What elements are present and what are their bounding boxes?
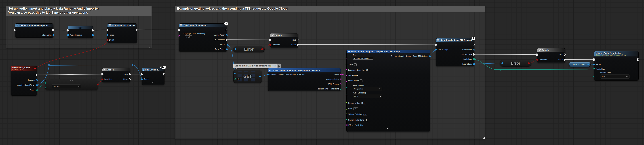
array-element-out-pin[interactable] [259, 75, 261, 77]
equal-result-pin[interactable] [97, 84, 98, 85]
node-make-google-cloud-ttssettings[interactable]: Make Chatbot Integrator Google Cloud TTS… [346, 50, 430, 132]
exec-in-pin[interactable] [593, 58, 595, 61]
natural-sample-rate-pin[interactable] [340, 88, 342, 90]
on-complete-exec-pin[interactable] [473, 53, 475, 56]
exec-in-pin[interactable] [435, 44, 437, 46]
effects-profile-array-pin[interactable] [346, 125, 348, 126]
audio-data-array-pin[interactable] [473, 58, 475, 60]
false-exec-pin[interactable] [564, 59, 566, 61]
ssml-gender-pin[interactable] [340, 83, 342, 85]
node-create-runtime-audio-importer[interactable]: ƒ Create Runtime Audio Importer Return V… [15, 23, 54, 38]
error-input-pin[interactable] [235, 48, 236, 50]
async-action-pin[interactable] [473, 49, 475, 51]
ssml-pin[interactable] [346, 64, 347, 65]
node-array-get[interactable]: 0 GET [233, 70, 262, 83]
comment-setup-header[interactable]: Set up audio import and playback via Run… [6, 6, 152, 15]
async-action-pin[interactable] [226, 34, 228, 36]
language-code-pin[interactable] [346, 69, 347, 71]
voice-name-pin[interactable] [346, 75, 347, 76]
ssml-gender-pin[interactable] [346, 87, 347, 89]
exec-in-pin[interactable] [178, 29, 180, 31]
reroute-array-node[interactable] [499, 69, 501, 70]
index-input[interactable]: 0 [237, 78, 240, 80]
node-onresult-custom-event[interactable]: ◇ OnResult_Event Custom Event Importer I… [11, 66, 37, 96]
audio-format-pin[interactable] [593, 76, 595, 77]
node-branch-1[interactable]: Branch True Condition False [102, 68, 130, 82]
error-output-pin[interactable] [261, 48, 263, 50]
node-send-google-cloud-tts-request[interactable]: Send Google Cloud TTS Request TTS Settin… [436, 38, 474, 66]
condition-pin[interactable] [269, 44, 271, 46]
exec-out-pin[interactable] [473, 44, 475, 46]
sound-pin[interactable] [141, 78, 143, 80]
node-branch-3[interactable]: Branch True Condition False [537, 48, 565, 63]
node-error-collapsed-1[interactable]: Error [233, 46, 264, 52]
comment-tts-header[interactable]: Example of getting voices and then sendi… [175, 6, 485, 11]
node-branch-2[interactable]: Branch True Condition False [270, 33, 298, 48]
sample-rate-input[interactable]: 0 [365, 119, 368, 121]
pitch-input[interactable]: 0.0 [353, 107, 358, 110]
condition-pin[interactable] [536, 59, 538, 61]
node-play-sound-2d[interactable]: ƒ Play Sound 2D Sound [142, 68, 164, 85]
error-status-pin[interactable] [226, 48, 228, 50]
speaking-rate-pin[interactable] [346, 102, 347, 104]
delegate-pin[interactable] [34, 68, 36, 69]
node-comment-bubble[interactable]: Use the first available voice for testin… [233, 64, 281, 68]
false-exec-pin[interactable] [297, 44, 299, 46]
event-delegate-pin[interactable] [107, 39, 108, 41]
audio-encoding-pin[interactable] [346, 95, 347, 96]
exec-in-pin[interactable] [536, 53, 538, 56]
true-exec-pin[interactable] [564, 53, 566, 56]
exec-in-pin[interactable] [14, 29, 16, 31]
exec-out-pin[interactable] [163, 73, 165, 75]
exec-in-pin[interactable] [141, 73, 143, 75]
node-error-collapsed-2[interactable]: Error [500, 60, 531, 66]
array-input-pin[interactable] [234, 73, 236, 74]
importer-pin[interactable] [36, 79, 38, 81]
node-bind-event-to-on-result[interactable]: Bind Event to On Result Target Event [107, 23, 137, 43]
exec-in-pin[interactable] [102, 73, 104, 75]
exec-out-pin[interactable] [52, 29, 54, 31]
audio-importer-out-pin[interactable] [92, 34, 94, 36]
volume-gain-pin[interactable] [346, 114, 347, 115]
index-pin[interactable] [234, 78, 236, 80]
exec-out-pin[interactable] [92, 29, 94, 31]
exec-in-pin[interactable] [106, 29, 108, 31]
voices-array-pin[interactable] [226, 44, 228, 45]
voice-info-input-pin[interactable] [267, 74, 268, 75]
text-input[interactable]: Hi, this is my speech [353, 57, 373, 60]
ssml-gender-dropdown[interactable]: Unspecified [353, 87, 382, 91]
reroute-node[interactable] [48, 64, 50, 66]
true-exec-pin[interactable] [297, 39, 299, 41]
pitch-pin[interactable] [346, 108, 347, 110]
model-name-input[interactable] [360, 79, 362, 82]
comment-resize-handle[interactable] [149, 45, 151, 48]
equal-input-b-pin[interactable] [45, 87, 46, 89]
imported-sound-wave-pin[interactable] [36, 84, 38, 86]
audio-data-array-pin[interactable] [594, 68, 595, 70]
language-code-input[interactable]: en-US [185, 35, 192, 38]
condition-pin[interactable] [102, 79, 103, 80]
ttssettings-output-pin[interactable] [429, 55, 431, 57]
true-exec-pin[interactable] [129, 73, 131, 75]
error-output-pin[interactable] [528, 62, 530, 64]
name-pin[interactable] [340, 74, 342, 75]
variable-output-pin[interactable] [588, 64, 589, 65]
exec-out-pin[interactable] [226, 29, 228, 31]
collapse-chevron-icon[interactable] [387, 128, 389, 130]
exec-in-pin[interactable] [269, 39, 271, 41]
language-codes-array-pin[interactable] [340, 79, 342, 80]
exec-out-pin[interactable] [136, 29, 138, 31]
audio-importer-in-pin[interactable] [67, 34, 69, 36]
expand-chevron-icon[interactable] [152, 81, 154, 83]
language-code-input[interactable]: en-US [362, 69, 370, 71]
audio-format-dropdown[interactable]: mp3 [600, 75, 630, 79]
target-pin[interactable] [106, 34, 108, 36]
exec-in-pin[interactable] [67, 29, 69, 31]
blueprint-canvas[interactable]: Set up audio import and playback via Run… [0, 0, 644, 145]
node-get-google-cloud-voices[interactable]: Get Google Cloud Voices Language Code (O… [179, 23, 227, 52]
error-input-pin[interactable] [502, 62, 503, 64]
node-import-audio-from-buffer[interactable]: ƒ Import Audio from Buffer Target is Run… [594, 51, 638, 81]
tts-settings-pin[interactable] [435, 49, 437, 51]
language-code-pin[interactable] [178, 35, 180, 36]
target-pin[interactable] [593, 64, 595, 65]
